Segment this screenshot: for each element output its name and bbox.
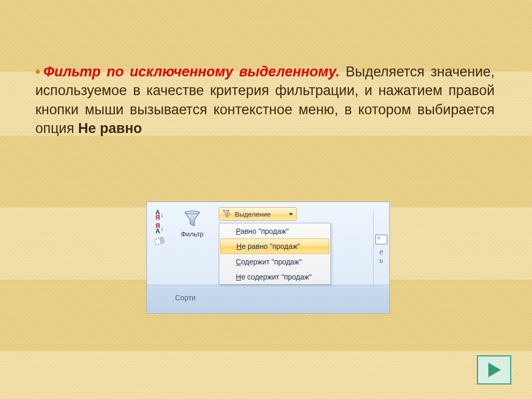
sort-desc-icon: ЯА [155,223,160,234]
bold-option: Не равно [78,121,142,136]
ribbon-right-clip: е ь [373,210,389,288]
filter-label: Фильтр [174,230,210,238]
selection-dropdown-button[interactable]: Выделение [219,207,297,221]
sort-asc-icon: АЯ [155,210,160,220]
contact-card-icon [375,234,388,245]
slide: •Фильтр по исключенному выделенному. Выд… [0,0,532,399]
selection-filter-icon [222,210,232,218]
selection-dropdown-menu: Равно "продаж" Не равно "продаж" Содержи… [219,223,331,285]
arrow-down-icon: ↓ [161,225,164,232]
menu-item-contains[interactable]: Содержит "продаж" [219,254,330,269]
menu-item-equals[interactable]: Равно "продаж" [219,223,330,238]
next-slide-button[interactable] [477,355,511,384]
menu-item-not-equals[interactable]: Не равно "продаж" [220,238,329,254]
title-phrase: Фильтр по исключенному выделенному. [43,64,339,79]
svg-point-0 [185,211,200,214]
sort-buttons-group: АЯ ↓ ЯА ↓ [153,209,168,246]
play-icon [485,361,503,379]
sort-asc-button[interactable]: АЯ ↓ [153,209,166,221]
sort-group-label: Сорти [175,294,196,302]
chevron-down-icon [289,213,293,216]
bullet: • [35,64,43,79]
ribbon-screenshot: АЯ ↓ ЯА ↓ [147,202,390,314]
selection-label: Выделение [235,210,271,218]
sort-desc-button[interactable]: ЯА ↓ [153,223,166,234]
menu-item-not-contains[interactable]: Не содержит "продаж" [219,269,330,284]
funnel-icon [183,209,202,228]
eraser-icon [154,236,165,245]
clear-sort-button[interactable] [153,236,166,246]
arrow-down-icon: ↓ [161,211,164,219]
body-text: •Фильтр по исключенному выделенному. Выд… [35,62,495,138]
filter-button[interactable]: Фильтр [174,207,210,238]
